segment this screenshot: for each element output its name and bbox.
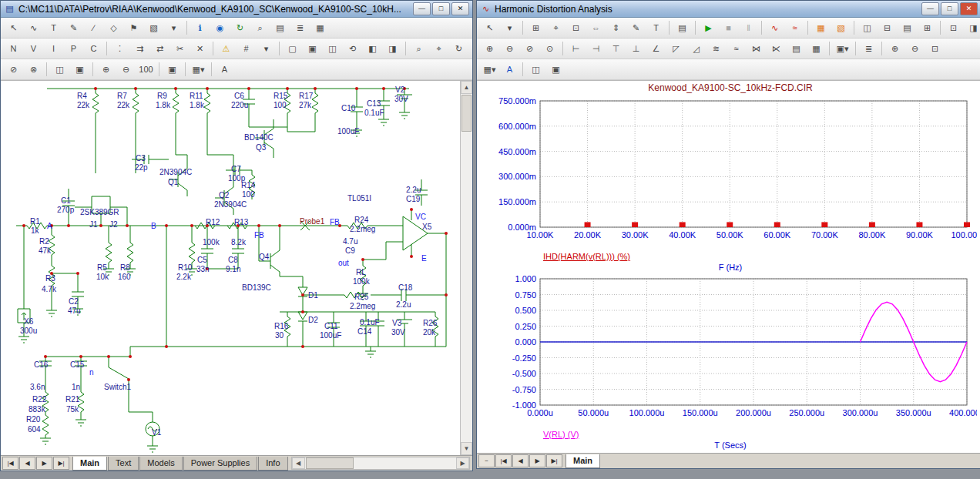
- select-arrow-icon[interactable]: ↖: [4, 19, 23, 37]
- dropdown-icon[interactable]: ▾: [164, 19, 183, 37]
- paper-icon[interactable]: ▢: [283, 40, 302, 58]
- picture-icon[interactable]: ▧: [144, 19, 163, 37]
- title-block-icon[interactable]: ◫: [323, 40, 342, 58]
- delete-icon[interactable]: ✕: [190, 40, 210, 58]
- undo-icon[interactable]: ⊘: [4, 61, 23, 79]
- zoom-out-icon[interactable]: ⊖: [116, 61, 136, 79]
- pages-icon[interactable]: ≣: [859, 40, 878, 58]
- text-icon[interactable]: T: [646, 19, 666, 37]
- peak-icon[interactable]: ⊢: [566, 40, 586, 58]
- schematic-canvas[interactable]: R422kR722kR91.8kR111.8kC6220uR15100R1727…: [1, 80, 472, 455]
- paste-icon[interactable]: ▣: [70, 61, 89, 79]
- power-icon[interactable]: P: [64, 40, 83, 58]
- vertical-tag-icon[interactable]: ⇕: [606, 19, 626, 37]
- zoom-out-round-icon[interactable]: ⊖: [500, 40, 519, 58]
- grid-dropdown-icon[interactable]: ▦▾: [480, 61, 499, 79]
- warning-icon[interactable]: ⚠: [216, 40, 236, 58]
- last-page-button[interactable]: ▶|: [53, 457, 69, 470]
- text-icon[interactable]: T: [44, 19, 63, 37]
- flip-y-icon[interactable]: ◨: [383, 40, 402, 58]
- run-icon[interactable]: ▶: [699, 19, 718, 37]
- tag-point-icon[interactable]: ▤: [787, 40, 806, 58]
- scroll-thumb[interactable]: [306, 457, 354, 469]
- close-button[interactable]: ✕: [451, 2, 469, 15]
- font-icon[interactable]: A: [500, 61, 519, 79]
- analysis-titlebar[interactable]: ∿ Harmonic Distortion Analysis —□✕: [477, 1, 980, 18]
- pin-connections-icon[interactable]: ⁚: [110, 40, 129, 58]
- next-page-button[interactable]: ▶: [529, 454, 545, 467]
- cascade-icon[interactable]: ▤: [898, 19, 917, 37]
- zoom-auto-icon[interactable]: ⊡: [925, 40, 945, 58]
- chart1-legend[interactable]: IHD(HARM(v(RL))) (%): [543, 252, 980, 263]
- zoom-in-icon[interactable]: ⊕: [885, 40, 904, 58]
- fft-icon[interactable]: ∿: [765, 19, 784, 37]
- graphics-icon[interactable]: ◇: [104, 19, 123, 37]
- flag-icon[interactable]: ⚑: [124, 19, 143, 37]
- tile-all-icon[interactable]: ⊞: [918, 19, 937, 37]
- split-plot-icon[interactable]: ◨: [964, 19, 980, 37]
- node-voltages-icon[interactable]: V: [24, 40, 43, 58]
- swap-icon[interactable]: ⇄: [150, 40, 169, 58]
- font-icon[interactable]: A: [215, 61, 234, 79]
- next-page-button[interactable]: ▶: [36, 457, 52, 470]
- tag-icon[interactable]: ✎: [626, 19, 646, 37]
- clipboard-dropdown-icon[interactable]: ▣▾: [833, 40, 852, 58]
- pan-icon[interactable]: ⌖: [546, 19, 566, 37]
- slider-icon[interactable]: ▧: [831, 19, 851, 37]
- component-icon[interactable]: ∿: [24, 19, 43, 37]
- zoom-in-icon[interactable]: ⊕: [96, 61, 116, 79]
- scope-icon[interactable]: ⊞: [526, 19, 545, 37]
- last-page-button[interactable]: ▶|: [546, 454, 562, 467]
- tab-models[interactable]: Models: [139, 457, 182, 471]
- autoscale-icon[interactable]: ⊘: [520, 40, 539, 58]
- prev-page-button[interactable]: ◀: [19, 457, 35, 470]
- low-icon[interactable]: ⊥: [626, 40, 646, 58]
- find-part-icon[interactable]: ⌕: [250, 19, 270, 37]
- tab-main[interactable]: Main: [72, 457, 107, 471]
- restore-scale-icon[interactable]: ⊙: [540, 40, 559, 58]
- wire-icon[interactable]: ✎: [64, 19, 83, 37]
- vertical-scrollbar[interactable]: ▲ ▼: [460, 81, 472, 455]
- first-page-button[interactable]: |◀: [495, 454, 512, 467]
- transient-chart[interactable]: 1.0000.7500.5000.2500.000-0.250-0.500-0.…: [480, 274, 980, 430]
- horizontal-tag-icon[interactable]: ⇔: [586, 19, 606, 37]
- cut-wire-icon[interactable]: ✂: [170, 40, 190, 58]
- design-icon[interactable]: ▦: [310, 19, 330, 37]
- maximize-button[interactable]: □: [941, 2, 958, 15]
- paste-icon[interactable]: ▣: [546, 61, 566, 79]
- tile-horizontal-icon[interactable]: ⊟: [878, 19, 897, 37]
- schematic-titlebar[interactable]: ▤ C:\MC11\DATA\Petrov\RIAA\Kenwood\Kenwo…: [1, 1, 472, 18]
- prev-page-button[interactable]: ◀: [512, 454, 529, 467]
- scroll-up-button[interactable]: ▲: [461, 81, 472, 94]
- copy-icon[interactable]: ◫: [526, 61, 545, 79]
- scroll-right-button[interactable]: ▶: [456, 457, 469, 469]
- properties-icon[interactable]: ▤: [673, 19, 692, 37]
- close-button[interactable]: ✕: [960, 2, 978, 15]
- valley-icon[interactable]: ⊣: [586, 40, 606, 58]
- tab-text[interactable]: Text: [108, 457, 139, 471]
- conditions-icon[interactable]: C: [84, 40, 103, 58]
- info-icon[interactable]: ℹ: [190, 19, 210, 37]
- performance-window-icon[interactable]: ▦: [811, 19, 831, 37]
- go-to-x-icon[interactable]: ⋈: [747, 40, 766, 58]
- chart2-legend[interactable]: V(RL) (V): [543, 430, 980, 440]
- search-icon[interactable]: ⌖: [429, 40, 448, 58]
- border-icon[interactable]: ▣: [303, 40, 322, 58]
- cursor-right-icon[interactable]: ≈: [727, 40, 746, 58]
- open-dropdown-icon[interactable]: ▾: [500, 19, 519, 37]
- rotate-icon[interactable]: ⟲: [343, 40, 362, 58]
- tab-info[interactable]: Info: [258, 457, 287, 471]
- harmonic-distortion-chart[interactable]: 0.000m150.000m300.000m450.000m600.000m75…: [480, 95, 980, 252]
- find-icon[interactable]: ⌕: [409, 40, 428, 58]
- node-numbers-icon[interactable]: N: [4, 40, 23, 58]
- scroll-left-button[interactable]: ◀: [292, 457, 305, 469]
- global-high-icon[interactable]: ◸: [666, 40, 686, 58]
- minimize-button[interactable]: —: [413, 2, 431, 15]
- zoom-100-icon[interactable]: 100: [136, 61, 156, 79]
- grid-dropdown-icon[interactable]: ▦▾: [189, 61, 208, 79]
- fft-settings-icon[interactable]: ≈: [785, 19, 804, 37]
- select-arrow-icon[interactable]: ↖: [480, 19, 499, 37]
- sheet-icon[interactable]: ▤: [270, 19, 290, 37]
- refresh-icon[interactable]: ↻: [230, 19, 250, 37]
- maximize-button[interactable]: □: [432, 2, 450, 15]
